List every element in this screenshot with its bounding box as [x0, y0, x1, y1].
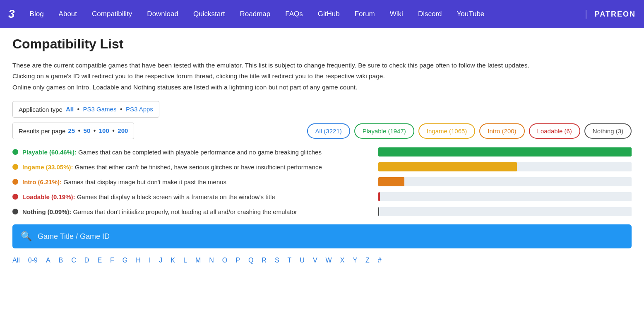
- app-type-ps3-games[interactable]: PS3 Games: [83, 106, 117, 113]
- legend-bar-container: [378, 207, 632, 216]
- alpha-link-D[interactable]: D: [84, 257, 89, 264]
- status-buttons: All (3221)Playable (1947)Ingame (1065)In…: [307, 123, 632, 139]
- nav-link-youtube[interactable]: YouTube: [449, 0, 492, 28]
- legend-dot: [12, 149, 18, 155]
- status-btn-ingame[interactable]: Ingame (1065): [418, 123, 476, 139]
- nav-link-faqs[interactable]: FAQs: [278, 0, 310, 28]
- alpha-link-W[interactable]: W: [326, 257, 332, 264]
- legend-name[interactable]: Loadable (0.19%):: [22, 193, 77, 200]
- legend-bar-fill: [378, 192, 380, 201]
- legend-desc: Games that can be completed with playabl…: [78, 149, 322, 156]
- alpha-link-F[interactable]: F: [110, 257, 114, 264]
- alpha-link-I[interactable]: I: [149, 257, 151, 264]
- alpha-link-J[interactable]: J: [159, 257, 162, 264]
- status-btn-loadable[interactable]: Loadable (6): [529, 123, 580, 139]
- legend-dot: [12, 209, 18, 214]
- alpha-link-U[interactable]: U: [300, 257, 305, 264]
- search-placeholder: Game Title / Game ID: [38, 232, 110, 241]
- legend-name[interactable]: Ingame (33.05%):: [22, 164, 75, 171]
- alpha-link-S[interactable]: S: [275, 257, 279, 264]
- alpha-link-V[interactable]: V: [313, 257, 317, 264]
- status-btn-nothing[interactable]: Nothing (3): [584, 123, 632, 139]
- alpha-link-P[interactable]: P: [235, 257, 240, 264]
- alpha-link-E[interactable]: E: [97, 257, 102, 264]
- alpha-link-Y[interactable]: Y: [353, 257, 357, 264]
- patreon-link[interactable]: PATREON: [586, 10, 636, 19]
- results-options: 25 • 50 • 100 • 200: [68, 127, 128, 135]
- alpha-link-K[interactable]: K: [171, 257, 175, 264]
- search-icon: 🔍: [21, 231, 32, 242]
- alpha-link-L[interactable]: L: [183, 257, 187, 264]
- nav-link-roadmap[interactable]: Roadmap: [233, 0, 278, 28]
- results-row: Results per page 25 • 50 • 100 • 200 All…: [12, 123, 632, 139]
- site-logo[interactable]: 3: [8, 7, 14, 21]
- status-btn-playable[interactable]: Playable (1947): [354, 123, 414, 139]
- legend-text: Nothing (0.09%): Games that don't initia…: [22, 208, 374, 215]
- legend-text: Loadable (0.19%): Games that display a b…: [22, 193, 374, 200]
- legend-text: Ingame (33.05%): Games that either can't…: [22, 164, 374, 171]
- results-separator: •: [111, 127, 117, 134]
- alpha-link-N[interactable]: N: [209, 257, 214, 264]
- nav-link-download[interactable]: Download: [139, 0, 186, 28]
- legend-bar-fill: [378, 177, 404, 186]
- alpha-link-R[interactable]: R: [262, 257, 267, 264]
- legend-bar-container: [378, 147, 632, 156]
- status-btn-all[interactable]: All (3221): [307, 123, 350, 139]
- alpha-link-Q[interactable]: Q: [248, 257, 253, 264]
- legend-desc: Games that display a black screen with a…: [77, 193, 275, 200]
- alpha-link-X[interactable]: X: [340, 257, 345, 264]
- nav-link-compatibility[interactable]: Compatibility: [84, 0, 139, 28]
- status-btn-intro[interactable]: Intro (200): [479, 123, 524, 139]
- search-bar[interactable]: 🔍 Game Title / Game ID: [12, 224, 632, 248]
- legend-name[interactable]: Intro (6.21%):: [22, 178, 63, 185]
- description-block: These are the current compatible games t…: [12, 60, 632, 93]
- alpha-link-C[interactable]: C: [71, 257, 76, 264]
- legend-dot: [12, 179, 18, 185]
- nav-link-forum[interactable]: Forum: [347, 0, 382, 28]
- legend-item: Playable (60.46%): Games that can be com…: [12, 147, 632, 156]
- alpha-link-A[interactable]: A: [46, 257, 50, 264]
- navbar-links: BlogAboutCompatibilityDownloadQuickstart…: [22, 0, 586, 28]
- legend-name[interactable]: Nothing (0.09%):: [22, 208, 73, 215]
- alpha-link-B[interactable]: B: [59, 257, 63, 264]
- legend-item: Intro (6.21%): Games that display image …: [12, 177, 632, 186]
- legend-bar-fill: [378, 207, 379, 216]
- results-separator: •: [91, 127, 98, 134]
- alphabet-nav: All0-9ABCDEFGHIJKLMNOPQRSTUVWXYZ#: [12, 257, 632, 264]
- app-type-label: Application type: [19, 106, 62, 113]
- legend-item: Ingame (33.05%): Games that either can't…: [12, 162, 632, 171]
- legend-dot: [12, 194, 18, 200]
- alpha-link-All[interactable]: All: [12, 257, 20, 264]
- app-type-ps3-apps[interactable]: PS3 Apps: [126, 106, 153, 113]
- navbar: 3 BlogAboutCompatibilityDownloadQuicksta…: [0, 0, 644, 28]
- alpha-link-#[interactable]: #: [378, 257, 382, 264]
- legend-bar-fill: [378, 147, 632, 156]
- nav-link-discord[interactable]: Discord: [411, 0, 449, 28]
- page-title: Compatibility List: [12, 28, 632, 56]
- nav-link-blog[interactable]: Blog: [22, 0, 51, 28]
- legend-bar-container: [378, 162, 632, 171]
- nav-link-github[interactable]: GitHub: [310, 0, 347, 28]
- app-type-all[interactable]: All: [66, 106, 74, 113]
- nav-link-about[interactable]: About: [51, 0, 84, 28]
- alpha-link-M[interactable]: M: [195, 257, 201, 264]
- desc-line-1: These are the current compatible games t…: [12, 60, 632, 71]
- desc-line-2: Clicking on a game's ID will redirect yo…: [12, 71, 632, 82]
- legend-item: Nothing (0.09%): Games that don't initia…: [12, 207, 632, 216]
- results-option-50[interactable]: 50: [84, 127, 91, 134]
- alpha-link-0-9[interactable]: 0-9: [28, 257, 38, 264]
- results-option-100[interactable]: 100: [99, 127, 109, 134]
- nav-link-wiki[interactable]: Wiki: [382, 0, 411, 28]
- alpha-link-T[interactable]: T: [288, 257, 292, 264]
- results-option-25[interactable]: 25: [68, 127, 75, 134]
- legend-bar-container: [378, 192, 632, 201]
- alpha-link-G[interactable]: G: [123, 257, 127, 264]
- alpha-link-H[interactable]: H: [136, 257, 141, 264]
- legend-name[interactable]: Playable (60.46%):: [22, 149, 78, 156]
- results-option-200[interactable]: 200: [118, 127, 128, 134]
- alpha-link-Z[interactable]: Z: [365, 257, 370, 264]
- legend-desc: Games that either can't be finished, hav…: [75, 164, 322, 171]
- filter-separator: •: [118, 106, 124, 113]
- nav-link-quickstart[interactable]: Quickstart: [186, 0, 233, 28]
- alpha-link-O[interactable]: O: [222, 257, 227, 264]
